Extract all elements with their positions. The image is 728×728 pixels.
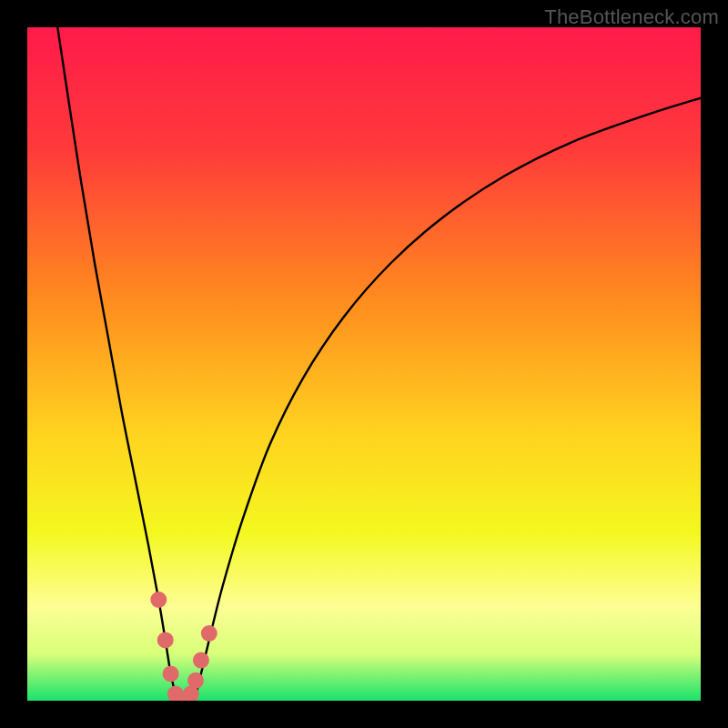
attribution-label: TheBottleneck.com xyxy=(544,5,719,29)
trough-marker-dot xyxy=(150,592,167,608)
plot-area xyxy=(27,27,701,701)
trough-marker-dot xyxy=(201,625,217,642)
bottleneck-chart xyxy=(27,27,701,701)
trough-marker-dot xyxy=(157,632,174,648)
trough-marker-dot xyxy=(193,652,209,669)
trough-marker-dot xyxy=(163,665,179,682)
trough-marker-dot xyxy=(187,672,204,689)
gradient-background xyxy=(27,27,701,701)
chart-frame: TheBottleneck.com xyxy=(0,0,728,728)
